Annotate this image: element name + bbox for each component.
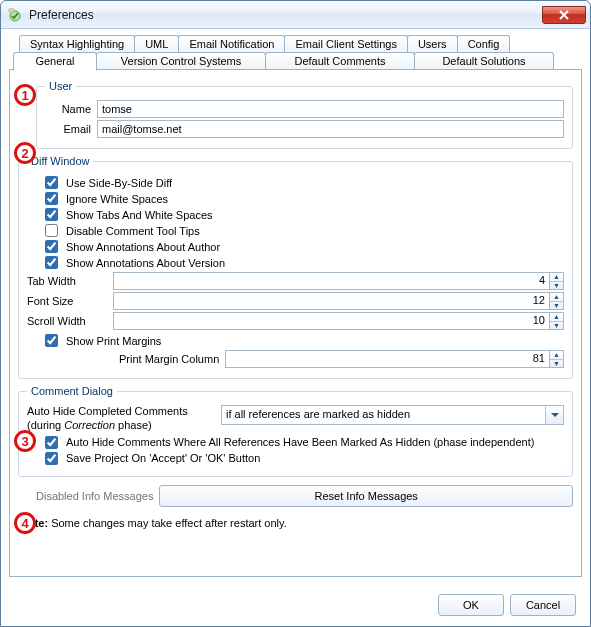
chk-ahc-all[interactable] xyxy=(45,436,58,449)
reset-info-button[interactable]: Reset Info Messages xyxy=(159,485,573,507)
lbl-print-col: Print Margin Column xyxy=(119,353,219,365)
spinner-arrows[interactable]: ▲▼ xyxy=(549,312,564,330)
chevron-up-icon[interactable]: ▲ xyxy=(550,351,563,360)
chevron-down-icon[interactable]: ▼ xyxy=(550,360,563,368)
spinner-arrows[interactable]: ▲▼ xyxy=(549,292,564,310)
name-label: Name xyxy=(45,103,97,115)
ok-button[interactable]: OK xyxy=(438,594,504,616)
chk-show-tabs[interactable] xyxy=(45,208,58,221)
spinner-arrows[interactable]: ▲▼ xyxy=(549,350,564,368)
chk-disable-tips[interactable] xyxy=(45,224,58,237)
tab-general[interactable]: General xyxy=(13,52,97,71)
callout-1: 1 xyxy=(14,84,36,106)
cancel-button[interactable]: Cancel xyxy=(510,594,576,616)
chevron-down-icon[interactable]: ▼ xyxy=(550,322,563,330)
window-title: Preferences xyxy=(29,8,542,22)
close-button[interactable] xyxy=(542,6,586,24)
group-user-legend: User xyxy=(45,80,76,92)
lbl-save-project: Save Project On 'Accept' Or 'OK' Button xyxy=(66,452,260,464)
dialog-buttons: OK Cancel xyxy=(438,594,576,616)
val-font-size[interactable]: 12 xyxy=(113,292,549,310)
chevron-down-icon[interactable]: ▼ xyxy=(550,282,563,290)
row-disabled-info: Disabled Info Messages Reset Info Messag… xyxy=(36,485,573,507)
lbl-use-sbs: Use Side-By-Side Diff xyxy=(66,177,172,189)
val-tab-width[interactable]: 4 xyxy=(113,272,549,290)
chk-use-sbs[interactable] xyxy=(45,176,58,189)
lbl-ignore-ws: Ignore White Spaces xyxy=(66,193,168,205)
tab-default-comments[interactable]: Default Comments xyxy=(265,52,415,70)
lbl-font-size: Font Size xyxy=(27,295,113,307)
name-input[interactable] xyxy=(97,100,564,118)
combo-dropdown-button[interactable] xyxy=(545,406,563,424)
chevron-down-icon[interactable]: ▼ xyxy=(550,302,563,310)
combo-auto-hide[interactable]: if all references are marked as hidden xyxy=(221,405,564,425)
tab-default-solutions[interactable]: Default Solutions xyxy=(414,52,554,70)
tab-email-notification[interactable]: Email Notification xyxy=(178,35,285,53)
lbl-ann-version: Show Annotations About Version xyxy=(66,257,225,269)
tab-vcs[interactable]: Version Control Systems xyxy=(96,52,266,70)
callout-2: 2 xyxy=(14,142,36,164)
val-print-col[interactable]: 81 xyxy=(225,350,549,368)
tabs-row-bottom: General Version Control Systems Default … xyxy=(13,52,582,70)
chevron-up-icon[interactable]: ▲ xyxy=(550,313,563,322)
chk-ignore-ws[interactable] xyxy=(45,192,58,205)
chk-ann-author[interactable] xyxy=(45,240,58,253)
chevron-up-icon[interactable]: ▲ xyxy=(550,293,563,302)
tab-email-client-settings[interactable]: Email Client Settings xyxy=(284,35,408,53)
tab-syntax-highlighting[interactable]: Syntax Highlighting xyxy=(19,35,135,53)
spinner-arrows[interactable]: ▲▼ xyxy=(549,272,564,290)
callout-3: 3 xyxy=(14,430,36,452)
chevron-up-icon[interactable]: ▲ xyxy=(550,273,563,282)
chk-show-print[interactable] xyxy=(45,334,58,347)
group-diff-window: Diff Window Use Side-By-Side Diff Ignore… xyxy=(18,155,573,379)
close-icon xyxy=(559,10,569,20)
tabs-row-top: Syntax Highlighting UML Email Notificati… xyxy=(19,35,582,53)
spinner-font-size[interactable]: 12 ▲▼ xyxy=(113,292,564,310)
email-label: Email xyxy=(45,123,97,135)
callout-4: 4 xyxy=(14,512,36,534)
spinner-print-col[interactable]: 81 ▲▼ xyxy=(225,350,564,368)
lbl-show-print: Show Print Margins xyxy=(66,335,161,347)
lbl-ann-author: Show Annotations About Author xyxy=(66,241,220,253)
note-text: Note: Some changes may take effect after… xyxy=(20,517,571,529)
client-area: Syntax Highlighting UML Email Notificati… xyxy=(1,29,590,585)
combo-auto-hide-value: if all references are marked as hidden xyxy=(222,406,545,424)
email-input[interactable] xyxy=(97,120,564,138)
group-comment-dialog: Comment Dialog Auto Hide Completed Comme… xyxy=(18,385,573,477)
chevron-down-icon xyxy=(551,411,559,419)
tab-uml[interactable]: UML xyxy=(134,35,179,53)
title-bar: Preferences xyxy=(1,1,590,29)
lbl-tab-width: Tab Width xyxy=(27,275,113,287)
tab-config[interactable]: Config xyxy=(457,35,511,53)
lbl-auto-hide: Auto Hide Completed Comments (during Cor… xyxy=(27,405,215,433)
lbl-show-tabs: Show Tabs And White Spaces xyxy=(66,209,213,221)
group-diff-legend: Diff Window xyxy=(27,155,93,167)
group-user: User Name Email xyxy=(36,80,573,149)
svg-rect-1 xyxy=(9,9,14,12)
spinner-scroll-width[interactable]: 10 ▲▼ xyxy=(113,312,564,330)
lbl-ahc-all: Auto Hide Comments Where All References … xyxy=(66,436,534,448)
lbl-disabled-info: Disabled Info Messages xyxy=(36,490,153,502)
tab-users[interactable]: Users xyxy=(407,35,458,53)
group-comment-legend: Comment Dialog xyxy=(27,385,117,397)
lbl-disable-tips: Disable Comment Tool Tips xyxy=(66,225,200,237)
spinner-tab-width[interactable]: 4 ▲▼ xyxy=(113,272,564,290)
app-icon xyxy=(7,7,23,23)
tab-panel-general: 1 2 3 4 User Name Email Diff Window Use … xyxy=(9,69,582,577)
lbl-scroll-width: Scroll Width xyxy=(27,315,113,327)
val-scroll-width[interactable]: 10 xyxy=(113,312,549,330)
chk-ann-version[interactable] xyxy=(45,256,58,269)
chk-save-project[interactable] xyxy=(45,452,58,465)
